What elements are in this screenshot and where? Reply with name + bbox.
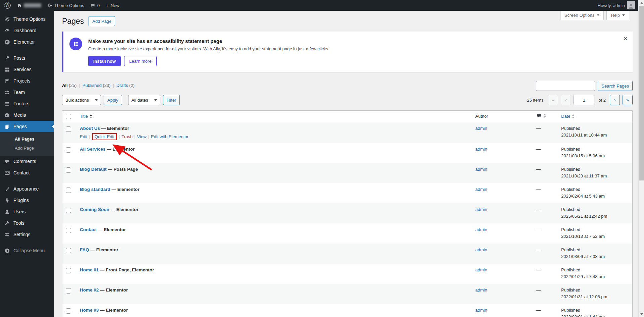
page-title-link[interactable]: Home 03 [80,308,99,313]
sidebar-item-appearance[interactable]: Appearance [0,183,54,195]
sidebar-item-label: Footers [13,101,29,106]
sidebar-item-theme-options[interactable]: Theme Options [0,13,54,25]
author-link[interactable]: admin [475,308,487,313]
pin-icon [4,55,10,61]
page-title-link[interactable]: Home 02 [80,287,99,293]
author-link[interactable]: admin [475,207,487,212]
page-title-link[interactable]: Blog Default [80,167,107,172]
sidebar-item-contact[interactable]: Contact [0,167,54,178]
author-link[interactable]: admin [475,167,487,172]
select-all-checkbox[interactable] [66,114,71,119]
next-page-button[interactable]: › [610,95,620,105]
page-title-link[interactable]: All Services [80,147,106,152]
row-checkbox[interactable] [66,167,71,173]
row-action-view[interactable]: View [137,134,147,139]
sidebar-item-projects[interactable]: Projects [0,75,54,87]
row-action-edit-with-elementor[interactable]: Edit with Elementor [151,134,189,139]
row-checkbox[interactable] [66,288,71,294]
sort-by-comments[interactable] [536,113,546,118]
row-checkbox[interactable] [66,268,71,273]
install-now-button[interactable]: Install now [88,56,121,66]
sidebar-item-elementor[interactable]: Elementor [0,36,54,48]
sidebar-item-posts[interactable]: Posts [0,52,54,64]
apply-button[interactable]: Apply [104,95,122,105]
sidebar-item-footers[interactable]: Footers [0,98,54,109]
sort-by-title[interactable]: Title [80,114,92,119]
bulk-actions-select[interactable]: Bulk actions [62,95,101,105]
sidebar-item-collapse-menu[interactable]: Collapse Menu [0,245,54,256]
sidebar-item-plugins[interactable]: Plugins [0,195,54,206]
author-link[interactable]: admin [475,227,487,232]
row-checkbox[interactable] [66,308,71,314]
view-all[interactable]: All (25) [62,83,76,88]
sidebar-item-services[interactable]: Services [0,64,54,75]
date-cell: Published2022/01/29 at 7:48 am [558,267,632,281]
date-cell: Published2021/10/13 at 7:52 am [558,227,632,241]
submenu-item-all-pages[interactable]: All Pages [0,135,54,144]
page-title-link[interactable]: FAQ [80,247,89,252]
scroll-up-icon[interactable] [639,0,644,6]
site-name-item[interactable] [17,3,41,8]
author-link[interactable]: admin [475,247,487,252]
main-content: Screen Options Help Pages Add Page Make … [54,11,644,317]
table-row: Home 02 — Elementoradmin—Published2022/0… [62,284,632,304]
row-checkbox[interactable] [66,208,71,213]
learn-more-button[interactable]: Learn more [124,56,156,66]
search-pages-button[interactable]: Search Pages [598,81,633,91]
last-page-button[interactable]: » [623,95,633,105]
row-action-edit[interactable]: Edit [80,134,87,139]
all-dates-select[interactable]: All dates [128,95,160,105]
author-link[interactable]: admin [475,187,487,192]
author-link[interactable]: admin [475,147,487,152]
page-title-link[interactable]: About Us [80,126,100,131]
page-title-suffix: — Elementor [111,187,139,192]
screen-options-button[interactable]: Screen Options [560,11,604,20]
adminbar-theme-options[interactable]: Theme Options [47,3,84,8]
close-icon[interactable]: × [624,36,627,42]
scroll-down-icon[interactable] [639,311,644,317]
help-button[interactable]: Help [606,11,629,20]
page-title-link[interactable]: Home 01 [80,267,99,272]
author-link[interactable]: admin [475,126,487,131]
add-page-button[interactable]: Add Page [89,16,115,26]
publish-status: Published [561,187,629,192]
sidebar-item-dashboard[interactable]: Dashboard [0,25,54,36]
filter-button[interactable]: Filter [163,95,180,105]
sidebar-item-team[interactable]: Team [0,87,54,98]
table-row: Blog standard — Elementoradmin—Published… [62,183,632,203]
scrollbar[interactable] [638,0,644,317]
current-page-input[interactable] [574,95,594,105]
view-published[interactable]: Published (23) [83,83,111,88]
sidebar-item-label: Appearance [13,186,39,192]
author-link[interactable]: admin [475,287,487,293]
adminbar-new-button[interactable]: + New [106,3,119,8]
sidebar-item-media[interactable]: Media [0,109,54,121]
page-title-link[interactable]: Coming Soon [80,207,109,212]
row-checkbox[interactable] [66,147,71,153]
adminbar-comments[interactable]: 0 [90,3,100,8]
sidebar-item-tools[interactable]: Tools [0,217,54,229]
sidebar-item-comments[interactable]: Comments [0,156,54,167]
site-name-blurred [24,3,41,7]
view-drafts[interactable]: Drafts (2) [116,83,135,88]
adminbar-account[interactable]: Howdy, admin [598,1,635,9]
wordpress-logo-button[interactable]: W [4,2,11,9]
submenu-item-add-page[interactable]: Add Page [0,144,54,153]
row-checkbox[interactable] [66,228,71,233]
sidebar-item-settings[interactable]: Settings [0,229,54,240]
envelope-icon [4,170,10,176]
author-link[interactable]: admin [475,267,487,272]
row-checkbox[interactable] [66,248,71,253]
sidebar-item-pages[interactable]: Pages [0,121,54,132]
row-checkbox[interactable] [66,126,71,132]
page-title-link[interactable]: Blog standard [80,187,110,192]
row-action-trash[interactable]: Trash [121,134,132,139]
search-input[interactable] [536,81,595,91]
table-header: Title Author Date [62,111,632,122]
scrollbar-thumb[interactable] [639,6,644,180]
sort-by-date[interactable]: Date [561,114,575,119]
row-action-quick-edit[interactable]: Quick Edit [92,133,117,140]
sidebar-item-users[interactable]: Users [0,206,54,217]
row-checkbox[interactable] [66,188,71,193]
page-title-link[interactable]: Contact [80,227,97,232]
